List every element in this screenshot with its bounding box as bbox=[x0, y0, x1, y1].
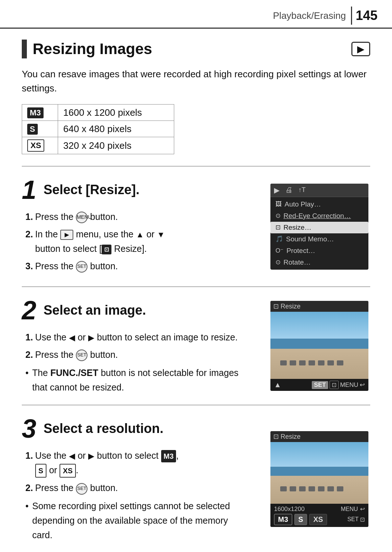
m3-badge: M3 bbox=[27, 107, 44, 118]
res-camera-screen: ⊡ Resize bbox=[270, 431, 368, 527]
settings-tab-icon: ↑T bbox=[298, 186, 306, 194]
step-3-instruction-2: 2. Press the SET button. bbox=[25, 481, 250, 495]
step-1-section: 1 Select [Resize]. 1. Press the MENU but… bbox=[22, 166, 370, 287]
step-3-instruction-1: 1. Use the ◀ or ▶ button to select M3,S … bbox=[25, 448, 250, 478]
step-2-bullet: • The FUNC./SET button is not selectable… bbox=[25, 365, 250, 394]
step-1-title: Select [Resize]. bbox=[44, 182, 139, 197]
step-3-left: 3 Select a resolution. 1. Use the ◀ or ▶… bbox=[22, 405, 261, 552]
section-label: Playback/Erasing bbox=[273, 10, 346, 21]
page-header: Playback/Erasing 145 bbox=[0, 0, 392, 29]
intro-text: You can resave images that were recorded… bbox=[22, 67, 370, 95]
s-select-badge: S bbox=[294, 514, 307, 525]
beach1-bottom-left: ▲ bbox=[274, 381, 281, 389]
step-1-instruction-1: 1. Press the MENU button. bbox=[25, 209, 250, 224]
step-2-content: 1. Use the ◀ or ▶ button to select an im… bbox=[22, 330, 250, 394]
title-section: Resizing Images ▶ bbox=[22, 40, 370, 58]
playback-tab-icon: ▶ bbox=[274, 186, 279, 195]
table-row: XS 320 x 240 pixels bbox=[22, 137, 174, 154]
menu-label: MENU bbox=[341, 506, 358, 512]
m3-select-badge: M3 bbox=[274, 514, 292, 525]
step-3-section: 3 Select a resolution. 1. Use the ◀ or ▶… bbox=[22, 405, 370, 552]
step-2-screen: ⊡ Resize bbox=[261, 287, 370, 405]
step-2-left: 2 Select an image. 1. Use the ◀ or ▶ but… bbox=[22, 287, 261, 405]
step-1-content: 1. Press the MENU button. 2. In the ▶ me… bbox=[22, 209, 250, 273]
set-label-2: SET bbox=[347, 516, 359, 523]
menu-item-rotate: ⊙ Rotate… bbox=[270, 257, 368, 268]
page-number: 145 bbox=[356, 8, 377, 23]
s-inline-badge: S bbox=[35, 464, 46, 478]
menu-camera-screen: ▶ 🖨 ↑T 🖼 Auto Play… ⊙ Red-Eye Correction… bbox=[270, 184, 368, 270]
resolution-select-bar: 1600x1200 MENU ↩ M3 S XS SET ⊡ bbox=[270, 504, 368, 527]
step-3-header: 3 Select a resolution. bbox=[22, 416, 250, 442]
menu-item-resize: ⊡ Resize… bbox=[270, 222, 368, 233]
step-2-header: 2 Select an image. bbox=[22, 297, 250, 323]
m3-resolution: 1600 x 1200 pixels bbox=[63, 107, 142, 118]
step-1-number: 1 bbox=[22, 177, 36, 203]
step-3-number: 3 bbox=[22, 416, 36, 442]
table-row: S 640 x 480 pixels bbox=[22, 121, 174, 137]
step-2-title: Select an image. bbox=[44, 303, 146, 318]
header-divider bbox=[351, 7, 352, 25]
xs-resolution: 320 x 240 pixels bbox=[63, 140, 131, 151]
menu-text: MENU bbox=[340, 381, 358, 389]
menu-item-protect: O⁻ Protect… bbox=[270, 245, 368, 257]
set-button-icon: SET bbox=[76, 261, 87, 273]
beach2-label: ⊡ Resize bbox=[273, 433, 301, 440]
step-1-screen: ▶ 🖨 ↑T 🖼 Auto Play… ⊙ Red-Eye Correction… bbox=[261, 167, 370, 286]
step-3-screen: ⊡ Resize bbox=[261, 405, 370, 552]
step-1-instruction-3: 3. Press the SET button. bbox=[25, 259, 250, 273]
res-label: 1600x1200 bbox=[274, 506, 305, 513]
s-resolution: 640 x 480 pixels bbox=[63, 123, 131, 134]
step-3-content: 1. Use the ◀ or ▶ button to select M3,S … bbox=[22, 448, 250, 542]
funcset-button-icon: SET bbox=[76, 349, 87, 361]
resolution-table: M3 1600 x 1200 pixels S 640 x 480 pixels… bbox=[22, 104, 174, 154]
step-3-bullet: • Some recording pixel settings cannot b… bbox=[25, 499, 250, 542]
back-label: ↩ bbox=[360, 506, 365, 512]
beach-camera-screen-1: ⊡ Resize bbox=[270, 301, 368, 391]
playback-menu-icon: ▶ bbox=[60, 230, 73, 240]
xs-badge: XS bbox=[27, 139, 44, 152]
step-2-section: 2 Select an image. 1. Use the ◀ or ▶ but… bbox=[22, 287, 370, 405]
xs-inline-badge: XS bbox=[60, 464, 76, 478]
page-title: Resizing Images bbox=[33, 40, 152, 58]
set-icon-2: ⊡ bbox=[360, 516, 365, 523]
xs-select-badge: XS bbox=[309, 514, 327, 525]
beach1-bottom-bar: ▲ SET ⊡ MENU ↩ bbox=[270, 379, 368, 391]
m3-inline-badge: M3 bbox=[161, 450, 176, 462]
beach-image-2 bbox=[270, 442, 368, 504]
title-bar-decoration bbox=[22, 40, 27, 58]
menu-item-redeye: ⊙ Red-Eye Correction… bbox=[270, 210, 368, 222]
back-icon: ↩ bbox=[360, 381, 365, 389]
beach1-label: ⊡ Resize bbox=[273, 303, 301, 310]
beach-image-1 bbox=[270, 312, 368, 379]
playback-icon: ▶ bbox=[351, 42, 370, 56]
step-2-number: 2 bbox=[22, 297, 36, 323]
resize-icon: ⊡ bbox=[330, 381, 339, 389]
menu-item-soundmemo: 🎵 Sound Memo… bbox=[270, 233, 368, 245]
step-1-instruction-2: 2. In the ▶ menu, use the ▲ or ▼button t… bbox=[25, 227, 250, 256]
step-3-title: Select a resolution. bbox=[44, 421, 163, 436]
resize-badge-icon: ⊡ bbox=[102, 245, 111, 255]
step-2-instruction-1: 1. Use the ◀ or ▶ button to select an im… bbox=[25, 330, 250, 344]
menu-item-autoplay: 🖼 Auto Play… bbox=[270, 199, 368, 210]
set-button-step3-icon: SET bbox=[76, 483, 87, 495]
step-1-left: 1 Select [Resize]. 1. Press the MENU but… bbox=[22, 167, 261, 286]
table-row: M3 1600 x 1200 pixels bbox=[22, 105, 174, 121]
step-1-header: 1 Select [Resize]. bbox=[22, 177, 250, 203]
step-2-instruction-2: 2. Press the SET button. bbox=[25, 347, 250, 362]
s-badge: S bbox=[27, 124, 38, 135]
print-tab-icon: 🖨 bbox=[285, 186, 293, 194]
main-content: Resizing Images ▶ You can resave images … bbox=[0, 29, 392, 552]
set-icon: SET bbox=[312, 381, 328, 389]
menu-button-icon: MENU bbox=[76, 212, 87, 223]
